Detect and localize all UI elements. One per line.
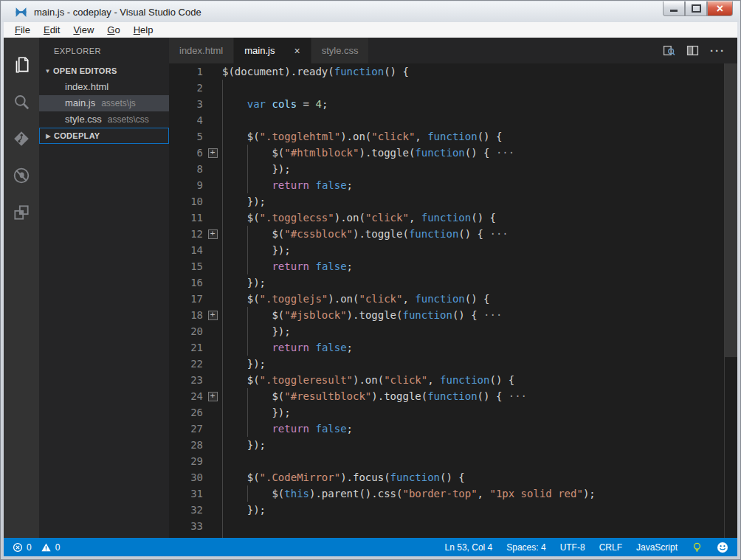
gutter[interactable]: 18: [169, 307, 222, 323]
open-editor-main.js[interactable]: main.jsassets\js: [39, 95, 169, 111]
code-line[interactable]: 4: [169, 112, 737, 128]
minimize-button[interactable]: [663, 1, 685, 16]
fold-expand-icon[interactable]: [208, 148, 218, 158]
code-line[interactable]: 32 });: [169, 502, 737, 518]
gutter[interactable]: 15: [169, 258, 222, 274]
title-bar[interactable]: main.js - codeplay - Visual Studio Code: [1, 1, 740, 22]
gutter[interactable]: 27: [169, 421, 222, 437]
gutter[interactable]: 6: [169, 145, 222, 161]
fold-expand-icon[interactable]: [208, 311, 218, 320]
status-indentation[interactable]: Spaces: 4: [506, 542, 545, 553]
gutter[interactable]: 22: [169, 356, 222, 372]
fold-expand-icon[interactable]: [208, 392, 218, 401]
code-editor[interactable]: 1$(document).ready(function() {23 var co…: [169, 63, 737, 538]
open-editor-index.html[interactable]: index.html: [39, 79, 169, 95]
gutter[interactable]: 29: [169, 453, 222, 469]
code-line[interactable]: 3 var cols = 4;: [169, 96, 737, 112]
code-line[interactable]: 18 $("#jsblock").toggle(function() { ···: [169, 307, 737, 323]
code-line[interactable]: 17 $(".togglejs").on("click", function()…: [169, 291, 737, 307]
gutter[interactable]: 33: [169, 518, 222, 534]
gutter[interactable]: 20: [169, 323, 222, 339]
code-line[interactable]: 6 $("#htmlblock").toggle(function() { ··…: [169, 145, 737, 161]
close-icon[interactable]: [294, 46, 300, 56]
gutter[interactable]: 14: [169, 242, 222, 258]
status-cursor-position[interactable]: Ln 53, Col 4: [445, 542, 493, 553]
tab-main.js[interactable]: main.js: [234, 38, 311, 63]
code-line[interactable]: 11 $(".togglecss").on("click", function(…: [169, 210, 737, 226]
code-line[interactable]: 15 return false;: [169, 258, 737, 274]
gutter[interactable]: 9: [169, 177, 222, 193]
code-line[interactable]: 10 });: [169, 193, 737, 210]
gutter[interactable]: 32: [169, 502, 222, 518]
sidebar-item-codeplay-folder[interactable]: ▶ CODEPLAY: [39, 128, 169, 144]
code-line[interactable]: 5 $(".togglehtml").on("click", function(…: [169, 128, 737, 145]
code-line[interactable]: 29: [169, 453, 737, 469]
lightbulb-icon[interactable]: [692, 542, 703, 553]
menu-go[interactable]: Go: [100, 23, 126, 37]
code-line[interactable]: 33: [169, 518, 737, 534]
open-preview-icon[interactable]: [663, 44, 675, 57]
search-icon[interactable]: [4, 83, 39, 120]
code-line[interactable]: 20 });: [169, 323, 737, 339]
scrollbar-thumb[interactable]: [725, 63, 737, 357]
gutter[interactable]: 30: [169, 469, 222, 485]
fold-expand-icon[interactable]: [208, 229, 218, 239]
gutter[interactable]: 4: [169, 112, 222, 128]
code-line[interactable]: 22 });: [169, 356, 737, 372]
code-line[interactable]: 14 });: [169, 242, 737, 258]
source-control-icon[interactable]: [4, 120, 39, 157]
close-button[interactable]: [707, 1, 733, 16]
code-line[interactable]: 26 });: [169, 404, 737, 421]
code-line[interactable]: 23 $(".toggleresult").on("click", functi…: [169, 372, 737, 388]
open-editor-style.css[interactable]: style.cssassets\css: [39, 111, 169, 128]
gutter[interactable]: 5: [169, 128, 222, 145]
gutter[interactable]: 31: [169, 485, 222, 502]
gutter[interactable]: 1: [169, 63, 222, 80]
gutter[interactable]: 12: [169, 226, 222, 242]
menu-file[interactable]: File: [8, 23, 37, 37]
gutter[interactable]: 24: [169, 388, 222, 404]
menu-view[interactable]: View: [66, 23, 100, 37]
gutter[interactable]: 8: [169, 161, 222, 177]
code-line[interactable]: 9 return false;: [169, 177, 737, 193]
extensions-icon[interactable]: [4, 194, 39, 231]
problems-errors[interactable]: 0: [13, 542, 32, 553]
gutter[interactable]: 21: [169, 339, 222, 356]
editor-scrollbar[interactable]: [724, 63, 737, 538]
code-line[interactable]: 28 });: [169, 437, 737, 453]
tab-index.html[interactable]: index.html: [169, 38, 234, 63]
open-editors-header[interactable]: ▼ OPEN EDITORS: [39, 63, 169, 79]
problems-warnings[interactable]: 0: [41, 542, 61, 553]
gutter[interactable]: 26: [169, 404, 222, 421]
gutter[interactable]: 11: [169, 210, 222, 226]
status-eol[interactable]: CRLF: [599, 542, 622, 553]
more-actions-icon[interactable]: [710, 44, 726, 57]
tab-style.css[interactable]: style.css: [311, 38, 370, 63]
gutter[interactable]: 28: [169, 437, 222, 453]
maximize-button[interactable]: [685, 1, 707, 16]
status-encoding[interactable]: UTF-8: [560, 542, 585, 553]
gutter[interactable]: 2: [169, 80, 222, 96]
gutter[interactable]: 3: [169, 96, 222, 112]
code-line[interactable]: 2: [169, 80, 737, 96]
gutter[interactable]: 23: [169, 372, 222, 388]
gutter[interactable]: 16: [169, 274, 222, 291]
code-line[interactable]: 27 return false;: [169, 421, 737, 437]
code-line[interactable]: 24 $("#resultblock").toggle(function() {…: [169, 388, 737, 404]
status-language[interactable]: JavaScript: [636, 542, 678, 553]
explorer-icon[interactable]: [4, 46, 39, 83]
menu-help[interactable]: Help: [127, 23, 160, 37]
code-line[interactable]: 8 });: [169, 161, 737, 177]
split-editor-icon[interactable]: [686, 44, 699, 57]
code-line[interactable]: 31 $(this).parent().css("border-top", "1…: [169, 485, 737, 502]
debug-icon[interactable]: [4, 157, 39, 194]
feedback-smiley-icon[interactable]: [717, 542, 728, 553]
code-line[interactable]: 12 $("#cssblock").toggle(function() { ··…: [169, 226, 737, 242]
gutter[interactable]: 10: [169, 193, 222, 210]
code-line[interactable]: 30 $(".CodeMirror").focus(function() {: [169, 469, 737, 485]
menu-edit[interactable]: Edit: [37, 23, 66, 37]
code-line[interactable]: 1$(document).ready(function() {: [169, 63, 737, 80]
code-line[interactable]: 16 });: [169, 274, 737, 291]
gutter[interactable]: 17: [169, 291, 222, 307]
code-line[interactable]: 21 return false;: [169, 339, 737, 356]
